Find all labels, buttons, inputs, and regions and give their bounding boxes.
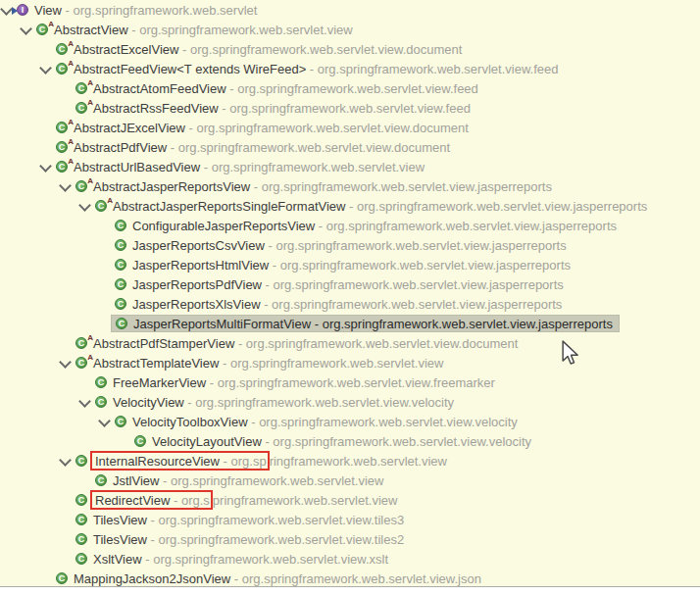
- class-name: AbstractJasperReportsView: [93, 179, 250, 194]
- row-content: CVelocityLayoutView - org.springframewor…: [130, 432, 537, 450]
- class-name: ConfigurableJasperReportsView: [132, 219, 315, 233]
- package-name-part: org.s: [181, 493, 210, 508]
- chevron-down-icon[interactable]: [20, 23, 32, 35]
- base-class-arrow-icon: [12, 7, 18, 15]
- icon-letter: C: [78, 182, 85, 191]
- class-name: AbstractFeedView<T extends WireFeed>: [74, 62, 306, 76]
- icon-letter: I: [22, 6, 25, 15]
- tree-row-abstractjasperreportssingleformatview[interactable]: CAAbstractJasperReportsSingleFormatView …: [0, 196, 700, 216]
- class-name: JasperReportsCsvView: [132, 238, 265, 253]
- class-name: AbstractRssFeedView: [93, 101, 219, 116]
- row-content: CConfigurableJasperReportsView - org.spr…: [111, 217, 623, 234]
- tree-row-abstractview[interactable]: CAAbstractView - org.springframework.web…: [0, 20, 700, 39]
- tree-row-configurablejasperreportsview[interactable]: CConfigurableJasperReportsView - org.spr…: [0, 216, 700, 235]
- tree-row-mappingjackson2jsonview[interactable]: CMappingJackson2JsonView - org.springfra…: [0, 569, 700, 588]
- icon-letter: C: [59, 574, 66, 583]
- tree-row-jasperreportsmultiformatview[interactable]: CJasperReportsMultiFormatView - org.spri…: [0, 314, 700, 333]
- chevron-down-icon[interactable]: [39, 62, 52, 74]
- chevron-down-icon[interactable]: [59, 356, 72, 369]
- package-name: org.springframework.web.servlet.view: [139, 23, 352, 37]
- name-package-separator: -: [230, 571, 242, 586]
- name-package-separator: -: [226, 81, 238, 96]
- class-name: FreeMarkerView: [113, 375, 206, 390]
- tree-row-velocityview[interactable]: CVelocityView - org.springframework.web.…: [0, 392, 700, 412]
- package-name-rest: pringframework.web.servlet.view: [213, 493, 398, 508]
- tree-row-freemarkerview[interactable]: CFreeMarkerView - org.springframework.we…: [0, 372, 700, 392]
- tree-row-abstractpdfview[interactable]: CAAbstractPdfView - org.springframework.…: [0, 137, 700, 157]
- package-name: org.springframework.web.servlet.view.fee…: [237, 81, 478, 96]
- chevron-down-icon[interactable]: [0, 3, 13, 16]
- name-package-separator: -: [62, 3, 74, 18]
- tree-row-jstlview[interactable]: CJstlView - org.springframework.web.serv…: [0, 471, 700, 490]
- tree-row-abstracturlbasedview[interactable]: CAAbstractUrlBasedView - org.springframe…: [0, 157, 700, 176]
- tree-row-abstractfeedview-t-extends-wirefeed-[interactable]: CAAbstractFeedView<T extends WireFeed> -…: [0, 59, 700, 78]
- tree-row-jasperreportscsvview[interactable]: CJasperReportsCsvView - org.springframew…: [0, 235, 700, 255]
- selected-row-highlight: CJasperReportsMultiFormatView - org.spri…: [111, 315, 620, 332]
- package-name: org.springframework.web.servlet.view.vel…: [273, 434, 531, 449]
- abstract-marker: A: [107, 196, 113, 205]
- interface-icon: I: [17, 4, 28, 16]
- class-name: AbstractJasperReportsSingleFormatView: [113, 199, 345, 214]
- name-package-separator: -: [262, 277, 274, 292]
- abstract-marker: A: [87, 98, 93, 107]
- tree-row-jasperreportspdfview[interactable]: CJasperReportsPdfView - org.springframew…: [0, 274, 700, 294]
- tree-row-internalresourceview[interactable]: CInternalResourceView - org.springframew…: [0, 451, 700, 471]
- class-icon: C: [115, 259, 126, 271]
- class-name: JstlView: [113, 473, 159, 488]
- tree-row-abstractjasperreportsview[interactable]: CAAbstractJasperReportsView - org.spring…: [0, 176, 700, 196]
- tree-row-abstractjexcelview[interactable]: CAAbstractJExcelView - org.springframewo…: [0, 118, 700, 137]
- package-name: org.springframework.web.servlet.view.doc…: [190, 42, 462, 57]
- icon-letter: C: [118, 261, 125, 270]
- tree-row-abstracttemplateview[interactable]: CAAbstractTemplateView - org.springframe…: [0, 353, 700, 372]
- package-name: org.springframework.web.servlet.view.jas…: [275, 238, 566, 253]
- name-package-separator: -: [306, 62, 318, 76]
- tree-row-tilesview[interactable]: CTilesView - org.springframework.web.ser…: [0, 510, 700, 529]
- chevron-down-icon[interactable]: [39, 160, 52, 173]
- package-name: org.springframework.web.servlet.view.doc…: [246, 336, 518, 351]
- package-name: org.springframework.web.servlet.view: [171, 473, 383, 488]
- tree-row-jasperreportshtmlview[interactable]: CJasperReportsHtmlView - org.springframe…: [0, 255, 700, 274]
- tree-row-abstractpdfstamperview[interactable]: CAAbstractPdfStamperView - org.springfra…: [0, 333, 700, 353]
- tree-row-view[interactable]: IView - org.springframework.web.servlet: [0, 0, 700, 20]
- row-content: CAAbstractView - org.springframework.web…: [32, 21, 359, 38]
- chevron-down-icon[interactable]: [59, 179, 72, 192]
- package-name: org.springframework.web.servlet: [74, 3, 258, 18]
- row-content: CJstlView - org.springframework.web.serv…: [91, 471, 389, 489]
- chevron-down-icon[interactable]: [78, 395, 91, 408]
- tree-row-xsltview[interactable]: CXsltView - org.springframework.web.serv…: [0, 549, 700, 569]
- class-name: XsltView: [93, 552, 142, 567]
- row-content: CAAbstractAtomFeedView - org.springframe…: [72, 79, 484, 97]
- name-package-separator: -: [220, 454, 231, 469]
- tree-row-abstractexcelview[interactable]: CAAbstractExcelView - org.springframewor…: [0, 39, 700, 59]
- class-name: AbstractUrlBasedView: [74, 160, 200, 174]
- row-content: CAAbstractJasperReportsView - org.spring…: [72, 177, 558, 195]
- chevron-down-icon[interactable]: [98, 415, 111, 427]
- tree-row-redirectview[interactable]: CRedirectView - org.springframework.web.…: [0, 490, 700, 510]
- class-abstract-icon: CA: [36, 24, 48, 35]
- tree-row-tilesview[interactable]: CTilesView - org.springframework.web.ser…: [0, 529, 700, 549]
- row-content: CAAbstractJExcelView - org.springframewo…: [52, 119, 475, 136]
- row-content: CJasperReportsHtmlView - org.springframe…: [111, 256, 576, 273]
- class-icon: C: [95, 474, 107, 486]
- tree-row-jasperreportsxlsview[interactable]: CJasperReportsXlsView - org.springframew…: [0, 294, 700, 314]
- name-package-separator: -: [248, 415, 260, 429]
- row-content: IView - org.springframework.web.servlet: [13, 1, 263, 19]
- tree-row-velocitytoolboxview[interactable]: CVelocityToolboxView - org.springframewo…: [0, 412, 700, 431]
- package-name: org.springframework.web.servlet.view.vel…: [259, 415, 518, 429]
- abstract-marker: A: [87, 333, 93, 342]
- package-name: org.springframework.web.servlet.view.til…: [158, 513, 404, 527]
- tree-row-abstractatomfeedview[interactable]: CAAbstractAtomFeedView - org.springframe…: [0, 78, 700, 98]
- icon-letter: C: [78, 359, 85, 368]
- tree-row-velocitylayoutview[interactable]: CVelocityLayoutView - org.springframewor…: [0, 431, 700, 451]
- class-abstract-icon: CA: [75, 82, 87, 94]
- class-name: AbstractPdfStamperView: [93, 336, 234, 351]
- row-content: CVelocityToolboxView - org.springframewo…: [111, 413, 524, 430]
- row-content: CAAbstractRssFeedView - org.springframew…: [72, 99, 476, 117]
- tree-row-abstractrssfeedview[interactable]: CAAbstractRssFeedView - org.springframew…: [0, 98, 700, 118]
- chevron-down-icon[interactable]: [59, 454, 72, 467]
- package-name: org.springframework.web.servlet.view.doc…: [178, 140, 450, 155]
- row-content: CAAbstractExcelView - org.springframewor…: [52, 40, 468, 58]
- abstract-marker: A: [87, 176, 93, 185]
- name-package-separator: -: [206, 375, 218, 390]
- chevron-down-icon[interactable]: [78, 199, 91, 212]
